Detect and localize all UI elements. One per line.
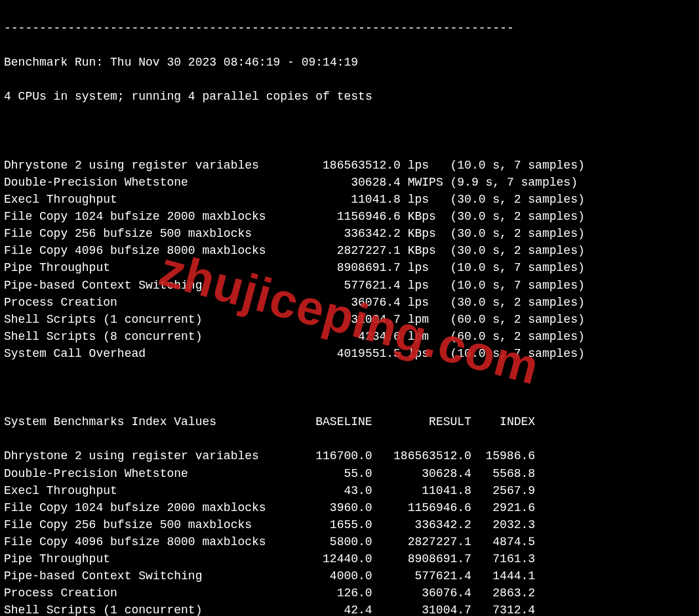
index-index: 2863.2	[471, 585, 535, 602]
index-name: File Copy 4096 bufsize 8000 maxblocks	[4, 533, 287, 550]
index-index: 7161.3	[471, 550, 535, 567]
test-note: (9.9 s, 7 samples)	[450, 174, 578, 191]
test-row: Process Creation36076.4 lps(30.0 s, 2 sa…	[4, 294, 695, 311]
test-value: 30628.4	[287, 174, 401, 191]
test-value: 577621.4	[287, 277, 401, 294]
index-index: 1444.1	[471, 567, 535, 585]
index-result: 577621.4	[372, 567, 471, 585]
index-row: Execl Throughput43.011041.82567.9	[4, 482, 695, 499]
cpu-info-line: 4 CPUs in system; running 4 parallel cop…	[4, 88, 695, 105]
index-header-index: INDEX	[471, 413, 535, 430]
index-row: Double-Precision Whetstone55.030628.4556…	[4, 465, 695, 482]
index-row: Dhrystone 2 using register variables1167…	[4, 447, 695, 464]
index-baseline: 43.0	[287, 482, 372, 499]
terminal-output: ----------------------------------------…	[0, 0, 699, 616]
index-header-title: System Benchmarks Index Values	[4, 413, 287, 430]
test-row: Shell Scripts (8 concurrent)4234.6 lpm(6…	[4, 328, 695, 345]
test-name: Pipe Throughput	[4, 259, 287, 276]
index-index: 2921.6	[471, 499, 535, 516]
index-result: 30628.4	[372, 465, 471, 482]
index-name: Dhrystone 2 using register variables	[4, 447, 287, 464]
test-unit: lps	[408, 294, 450, 311]
index-index: 5568.8	[471, 465, 535, 482]
index-name: Pipe Throughput	[4, 550, 287, 567]
test-note: (10.0 s, 7 samples)	[450, 259, 585, 276]
index-index: 4874.5	[471, 533, 535, 550]
test-row: System Call Overhead4019551.5 lps(10.0 s…	[4, 345, 695, 362]
test-row: File Copy 4096 bufsize 8000 maxblocks282…	[4, 242, 695, 259]
test-value: 186563512.0	[287, 157, 401, 174]
test-row: Double-Precision Whetstone30628.4 MWIPS(…	[4, 174, 695, 191]
index-name: Process Creation	[4, 585, 287, 602]
test-name: Execl Throughput	[4, 191, 287, 208]
test-name: Double-Precision Whetstone	[4, 174, 287, 191]
index-row: Process Creation126.036076.42863.2	[4, 585, 695, 602]
test-note: (30.0 s, 2 samples)	[450, 191, 585, 208]
index-baseline: 3960.0	[287, 499, 372, 516]
test-row: File Copy 1024 bufsize 2000 maxblocks115…	[4, 208, 695, 225]
test-note: (30.0 s, 2 samples)	[450, 294, 585, 311]
index-row: File Copy 256 bufsize 500 maxblocks1655.…	[4, 516, 695, 533]
test-row: Shell Scripts (1 concurrent)31004.7 lpm(…	[4, 311, 695, 328]
index-name: Pipe-based Context Switching	[4, 567, 287, 585]
index-result: 8908691.7	[372, 550, 471, 567]
index-index: 15986.6	[471, 447, 535, 464]
index-results-block: Dhrystone 2 using register variables1167…	[4, 447, 695, 616]
index-name: File Copy 256 bufsize 500 maxblocks	[4, 516, 287, 533]
test-note: (10.0 s, 7 samples)	[450, 277, 585, 294]
test-unit: lpm	[408, 328, 450, 345]
test-note: (60.0 s, 2 samples)	[450, 328, 585, 345]
benchmark-run-line: Benchmark Run: Thu Nov 30 2023 08:46:19 …	[4, 54, 695, 71]
test-unit: KBps	[408, 242, 450, 259]
test-value: 4234.6	[287, 328, 401, 345]
test-note: (10.0 s, 7 samples)	[450, 157, 585, 174]
index-result: 2827227.1	[372, 533, 471, 550]
index-baseline: 42.4	[287, 602, 372, 616]
blank-line	[4, 379, 695, 396]
test-name: Process Creation	[4, 294, 287, 311]
test-row: Pipe-based Context Switching577621.4 lps…	[4, 277, 695, 294]
index-index: 2032.3	[471, 516, 535, 533]
test-value: 1156946.6	[287, 208, 401, 225]
test-value: 4019551.5	[287, 345, 401, 362]
index-name: Execl Throughput	[4, 482, 287, 499]
index-header-row: System Benchmarks Index ValuesBASELINERE…	[4, 413, 695, 430]
separator-line: ----------------------------------------…	[4, 20, 695, 37]
index-row: Shell Scripts (1 concurrent)42.431004.77…	[4, 602, 695, 616]
test-results-block: Dhrystone 2 using register variables1865…	[4, 157, 695, 362]
test-unit: lps	[408, 345, 450, 362]
test-unit: KBps	[408, 208, 450, 225]
index-result: 11041.8	[372, 482, 471, 499]
index-header-result: RESULT	[372, 413, 471, 430]
test-name: Pipe-based Context Switching	[4, 277, 287, 294]
index-result: 186563512.0	[372, 447, 471, 464]
test-note: (30.0 s, 2 samples)	[450, 225, 585, 242]
index-baseline: 126.0	[287, 585, 372, 602]
test-name: Shell Scripts (1 concurrent)	[4, 311, 287, 328]
index-result: 36076.4	[372, 585, 471, 602]
index-baseline: 4000.0	[287, 567, 372, 585]
index-baseline: 1655.0	[287, 516, 372, 533]
test-unit: lpm	[408, 311, 450, 328]
test-row: Dhrystone 2 using register variables1865…	[4, 157, 695, 174]
test-note: (30.0 s, 2 samples)	[450, 242, 585, 259]
index-row: File Copy 1024 bufsize 2000 maxblocks396…	[4, 499, 695, 516]
index-baseline: 12440.0	[287, 550, 372, 567]
test-unit: MWIPS	[408, 174, 450, 191]
test-unit: lps	[408, 259, 450, 276]
test-name: System Call Overhead	[4, 345, 287, 362]
index-result: 1156946.6	[372, 499, 471, 516]
test-name: File Copy 256 bufsize 500 maxblocks	[4, 225, 287, 242]
test-name: File Copy 4096 bufsize 8000 maxblocks	[4, 242, 287, 259]
test-value: 11041.8	[287, 191, 401, 208]
test-name: Shell Scripts (8 concurrent)	[4, 328, 287, 345]
index-result: 336342.2	[372, 516, 471, 533]
test-name: Dhrystone 2 using register variables	[4, 157, 287, 174]
index-row: Pipe Throughput12440.08908691.77161.3	[4, 550, 695, 567]
test-unit: lps	[408, 191, 450, 208]
index-header-baseline: BASELINE	[287, 413, 372, 430]
index-result: 31004.7	[372, 602, 471, 616]
index-baseline: 55.0	[287, 465, 372, 482]
test-value: 336342.2	[287, 225, 401, 242]
index-name: Shell Scripts (1 concurrent)	[4, 602, 287, 616]
